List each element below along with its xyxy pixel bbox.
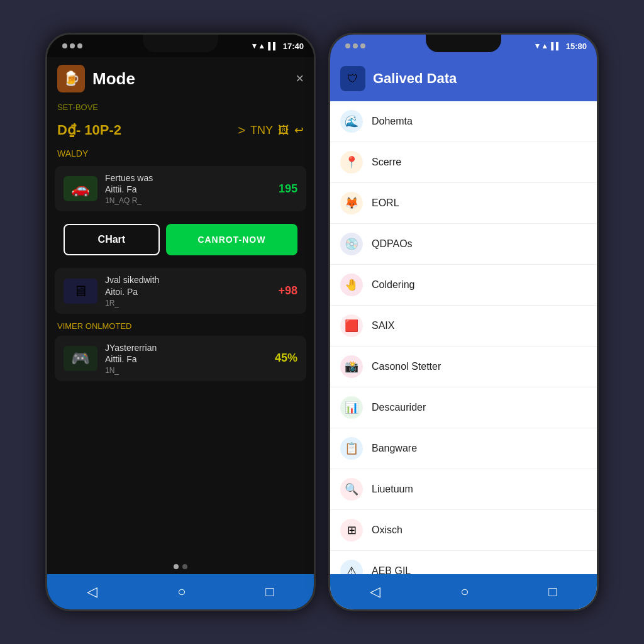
list-item-icon: ⚠: [340, 560, 363, 574]
list-item-icon: 🤚: [340, 274, 363, 296]
status-dot-r2: [353, 43, 358, 48]
list-item-name: Dohemta: [372, 116, 413, 127]
mode-arrow: >: [238, 123, 245, 138]
list-item[interactable]: 🔍 Liuetuum: [330, 469, 597, 510]
list-item[interactable]: ⊞ Oxisch: [330, 510, 597, 551]
list-item[interactable]: 📍 Scerre: [330, 142, 597, 183]
item2-code: 1R_: [105, 299, 270, 308]
set-label: SET-BOVE: [47, 100, 314, 117]
item2-subtitle: Aitoi. Pa: [105, 286, 270, 297]
nav-back-right[interactable]: ◁: [365, 579, 386, 605]
mode-id: D₫- 10P-2: [57, 122, 233, 138]
phone-right: ▼▲ ▌▌ 15:80 🛡 Galived Data 🌊 Dohemta 📍 S…: [328, 33, 599, 611]
chart-button[interactable]: CHart: [64, 224, 160, 255]
list-item-name: Liuetuum: [372, 484, 413, 495]
list-item-name: Casonol Stetter: [372, 361, 441, 372]
status-dot2: [70, 43, 75, 48]
battery-icon-right: ▌▌: [551, 42, 561, 50]
status-right-right-icons: ▼▲ ▌▌ 15:80: [533, 42, 587, 51]
item3-code: 1N_: [105, 366, 267, 375]
mode-icons: TNY 🖼 ↩: [250, 123, 304, 137]
list-item[interactable]: 🤚 Coldering: [330, 265, 597, 306]
list-item-icon: 🌊: [340, 110, 363, 133]
list-item[interactable]: 🟥 SAIX: [330, 306, 597, 347]
status-right-icons: ▼▲ ▌▌ 17:40: [250, 42, 304, 51]
list-item-name: Coldering: [372, 279, 414, 291]
nav-home-right[interactable]: ○: [455, 579, 474, 605]
nav-home[interactable]: ○: [172, 579, 191, 605]
close-button[interactable]: ×: [296, 70, 304, 87]
dot-2: [182, 564, 187, 569]
item3-icon: 🎮: [64, 346, 97, 371]
item1-icon: 🚗: [64, 176, 97, 201]
list-item-name: SAIX: [372, 320, 394, 331]
list-item-icon: 🦊: [340, 192, 363, 214]
status-dot-r1: [345, 43, 350, 48]
mode-icon-tny: TNY: [250, 124, 273, 137]
list-item[interactable]: ⚠ AEB GIL: [330, 551, 597, 574]
list-item-name: AEB GIL: [372, 565, 411, 574]
dot-1: [174, 564, 179, 569]
status-time: 17:40: [283, 42, 304, 51]
list-item-icon: ⊞: [340, 519, 363, 541]
light-app-icon: 🛡: [340, 66, 365, 91]
list-item-3: 🎮 JYastererrian Aittii. Fa 1N_ 45%: [55, 336, 306, 381]
list-item-icon: 🔍: [340, 478, 363, 501]
list-item-icon: 📸: [340, 355, 363, 378]
list-item-icon: 📋: [340, 437, 363, 460]
waldy-label: WALDY: [47, 146, 314, 164]
item3-info: JYastererrian Aittii. Fa 1N_: [105, 342, 267, 375]
phone-notch-right: [426, 35, 501, 52]
nav-recent-right[interactable]: □: [543, 579, 562, 605]
item2-icon: 🖥: [64, 279, 97, 304]
status-left-icons: [62, 43, 82, 48]
phone2-screen: 🛡 Galived Data 🌊 Dohemta 📍 Scerre 🦊 EORL…: [330, 57, 597, 609]
signal-icon: ▼▲: [250, 42, 265, 50]
mode-icon-back: ↩: [294, 123, 304, 137]
item1-value: 195: [279, 182, 297, 196]
list-item-1: 🚗 Fertues was Aittii. Fa 1N_AQ R_ 195: [55, 166, 306, 211]
list-item-icon: 📊: [340, 396, 363, 419]
list-item-name: EORL: [372, 197, 399, 209]
canrot-button[interactable]: CANROT-NOW: [166, 224, 297, 255]
list-item[interactable]: 📊 Descaurider: [330, 387, 597, 428]
status-dot-r3: [360, 43, 365, 48]
light-header-title: Galived Data: [373, 70, 457, 87]
light-header: 🛡 Galived Data: [330, 57, 597, 101]
bottom-nav-right: ◁ ○ □: [330, 574, 597, 609]
list-item-name: Descaurider: [372, 402, 426, 413]
app-icon: 🍺: [57, 65, 85, 92]
list-item[interactable]: 💿 QDPAOs: [330, 224, 597, 265]
list-item[interactable]: 📋 Bangware: [330, 428, 597, 469]
list-item[interactable]: 🦊 EORL: [330, 183, 597, 224]
item2-value: +98: [278, 284, 297, 297]
item3-title: JYastererrian: [105, 342, 267, 353]
mode-icon-img: 🖼: [278, 124, 289, 137]
list-item-name: Bangware: [372, 443, 417, 454]
status-dot1: [62, 43, 67, 48]
section-label: VIMER ONLMOTED: [47, 316, 314, 333]
signal-icon-right: ▼▲: [533, 42, 548, 50]
app-list[interactable]: 🌊 Dohemta 📍 Scerre 🦊 EORL 💿 QDPAOs 🤚 Col…: [330, 101, 597, 574]
header-title: Mode: [92, 69, 296, 89]
bottom-nav-left: ◁ ○ □: [47, 574, 314, 609]
item3-subtitle: Aittii. Fa: [105, 353, 267, 365]
item1-title: Fertues was: [105, 172, 271, 184]
header-area: 🛡 Galived Data: [330, 57, 597, 101]
page-dots: [47, 559, 314, 574]
app-header: 🍺 Mode ×: [47, 57, 314, 100]
list-item[interactable]: 🌊 Dohemta: [330, 101, 597, 142]
nav-back[interactable]: ◁: [82, 579, 103, 605]
list-item-name: QDPAOs: [372, 238, 413, 250]
list-item-name: Oxisch: [372, 525, 402, 536]
item1-info: Fertues was Aittii. Fa 1N_AQ R_: [105, 172, 271, 205]
item1-code: 1N_AQ R_: [105, 196, 271, 205]
nav-recent[interactable]: □: [260, 579, 279, 605]
battery-icon: ▌▌: [268, 42, 278, 50]
item3-value: 45%: [275, 352, 297, 365]
mode-selector[interactable]: D₫- 10P-2 > TNY 🖼 ↩: [47, 117, 314, 143]
status-right-left-icons: [345, 43, 365, 48]
item2-info: Jval sikedwith Aitoi. Pa 1R_: [105, 274, 270, 307]
list-item[interactable]: 📸 Casonol Stetter: [330, 347, 597, 387]
action-buttons: CHart CANROT-NOW: [55, 216, 306, 263]
